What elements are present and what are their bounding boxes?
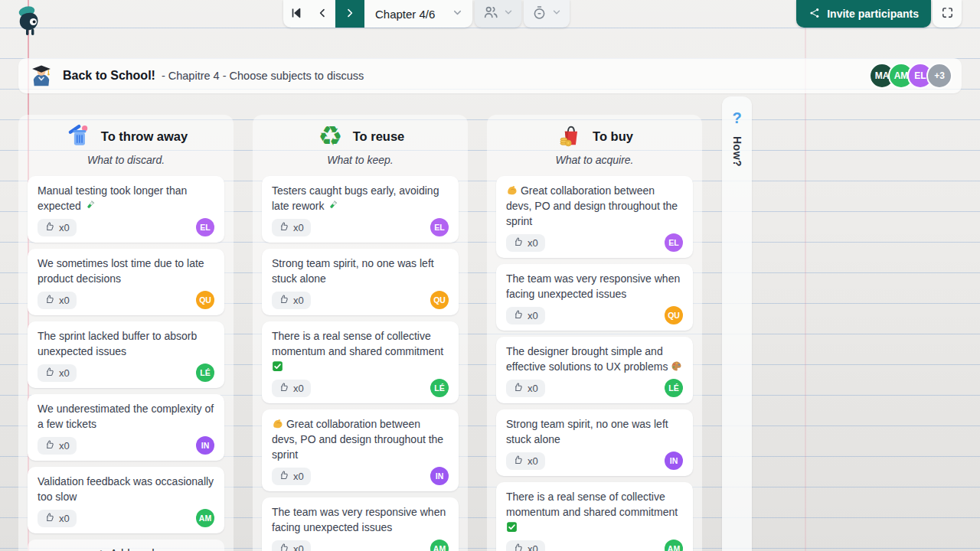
card-text: Validation feedback was occasionally too… — [38, 474, 214, 504]
card-author-avatar: IN — [430, 467, 449, 485]
chevron-left-icon — [316, 7, 328, 21]
invite-participants-button[interactable]: Invite participants — [796, 0, 931, 28]
vote-count-pill[interactable]: x0 — [38, 437, 77, 455]
people-icon — [482, 4, 499, 24]
emoji-icon — [506, 184, 518, 197]
card-author-avatar: LÉ — [665, 379, 683, 397]
emoji-icon — [506, 521, 518, 533]
column-cards: Manual testing took longer than expected… — [28, 176, 224, 551]
column-title: To reuse — [353, 129, 405, 144]
column-title: To throw away — [101, 129, 188, 144]
column-header: To throw away — [28, 121, 224, 152]
vote-count: x0 — [59, 295, 70, 306]
vote-count-pill[interactable]: x0 — [38, 219, 77, 236]
help-tab-label: How? — [731, 136, 743, 167]
help-tab[interactable]: ? How? — [722, 96, 752, 551]
card-author-avatar: EL — [665, 233, 683, 252]
vote-count-pill[interactable]: x0 — [506, 540, 545, 551]
retro-subtitle: - Chapitre 4 - Choose subjects to discus… — [162, 70, 364, 82]
vote-count: x0 — [528, 310, 538, 321]
vote-count-pill[interactable]: x0 — [272, 219, 311, 236]
vote-count: x0 — [528, 455, 538, 467]
retro-card[interactable]: We sometimes lost time due to late produ… — [28, 249, 224, 315]
card-text: We underestimated the complexity of a fe… — [38, 401, 214, 432]
retro-card[interactable]: We underestimated the complexity of a fe… — [28, 394, 224, 461]
next-chapter-button[interactable] — [335, 0, 364, 28]
vote-count-pill[interactable]: x0 — [272, 380, 311, 397]
skip-start-icon — [289, 6, 303, 22]
thumbs-up-icon — [44, 294, 55, 307]
vote-count-pill[interactable]: x0 — [38, 510, 77, 527]
card-author-avatar: LÉ — [430, 379, 449, 397]
retro-card[interactable]: Great collaboration between devs, PO and… — [262, 409, 459, 491]
retro-card[interactable]: The sprint lacked buffer to absorb unexp… — [28, 321, 224, 388]
retro-card[interactable]: The team was very responsive when facing… — [262, 497, 459, 551]
emoji-icon — [327, 200, 338, 212]
vote-count-pill[interactable]: x0 — [272, 540, 311, 551]
vote-count: x0 — [528, 383, 538, 394]
retro-card[interactable]: Manual testing took longer than expected… — [28, 176, 224, 243]
vote-count: x0 — [293, 383, 304, 394]
vote-count-pill[interactable]: x0 — [506, 307, 545, 324]
thumbs-up-icon — [513, 543, 524, 551]
column-title: To buy — [593, 129, 633, 144]
vote-count: x0 — [59, 222, 70, 233]
emoji-icon — [272, 418, 283, 430]
fullscreen-button[interactable] — [933, 0, 962, 28]
thumbs-up-icon — [513, 309, 524, 322]
card-author-avatar: AM — [196, 509, 214, 527]
timer-menu[interactable] — [524, 0, 570, 28]
card-text: Great collaboration between devs, PO and… — [506, 183, 683, 229]
question-mark-icon: ? — [732, 110, 741, 126]
app-logo-mascot[interactable] — [15, 3, 44, 40]
thumbs-up-icon — [279, 543, 289, 551]
thumbs-up-icon — [279, 470, 289, 483]
retro-card[interactable]: Great collaboration between devs, PO and… — [496, 176, 693, 258]
retro-card[interactable]: Validation feedback was occasionally too… — [28, 467, 224, 533]
avatar-overflow-badge[interactable]: +3 — [926, 63, 952, 89]
vote-count: x0 — [293, 543, 304, 551]
column-subtitle: What to acquire. — [496, 154, 693, 166]
participants-menu[interactable] — [475, 0, 521, 28]
vote-count-pill[interactable]: x0 — [272, 292, 311, 309]
mascot-icon — [15, 3, 44, 40]
retro-card[interactable]: There is a real sense of collective mome… — [496, 482, 693, 551]
card-text: There is a real sense of collective mome… — [272, 328, 449, 374]
vote-count: x0 — [528, 543, 538, 551]
board-column: ♻ To reuse What to keep. Testers caught … — [253, 115, 468, 551]
vote-count: x0 — [59, 440, 70, 452]
card-author-avatar: QU — [665, 306, 683, 324]
card-author-avatar: EL — [196, 218, 214, 236]
skip-to-start-button[interactable] — [283, 0, 309, 28]
card-author-avatar: IN — [196, 436, 214, 455]
vote-count-pill[interactable]: x0 — [272, 468, 311, 485]
vote-count-pill[interactable]: x0 — [506, 380, 545, 397]
vote-count: x0 — [293, 471, 304, 482]
add-card-label: Add card — [110, 547, 155, 551]
card-text: The team was very responsive when facing… — [506, 271, 683, 302]
top-right-actions: Invite participants — [796, 0, 962, 28]
vote-count-pill[interactable]: x0 — [38, 292, 77, 309]
recycle-icon: ♻ — [316, 122, 345, 151]
card-text: There is a real sense of collective mome… — [506, 489, 683, 535]
card-author-avatar: AM — [665, 540, 683, 551]
retro-card[interactable]: There is a real sense of collective mome… — [262, 321, 459, 403]
graduate-icon — [28, 62, 55, 90]
board-column: To buy What to acquire. Great collaborat… — [487, 115, 702, 551]
retro-card[interactable]: The designer brought simple and effectiv… — [496, 337, 693, 403]
retro-card[interactable]: The team was very responsive when facing… — [496, 264, 693, 331]
chevron-down-icon — [503, 7, 514, 21]
vote-count-pill[interactable]: x0 — [506, 452, 545, 470]
previous-chapter-button[interactable] — [309, 0, 335, 28]
vote-count-pill[interactable]: x0 — [38, 364, 77, 382]
card-author-avatar: IN — [665, 452, 683, 470]
vote-count-pill[interactable]: x0 — [506, 234, 545, 252]
retro-card[interactable]: Strong team spirit, no one was left stuc… — [496, 409, 693, 476]
retro-card[interactable]: Testers caught bugs early, avoiding late… — [262, 176, 459, 243]
thumbs-up-icon — [44, 512, 55, 525]
retro-card[interactable]: Strong team spirit, no one was left stuc… — [262, 249, 459, 315]
chapter-selector[interactable]: Chapter 4/6 — [364, 0, 472, 28]
add-card-button[interactable]: +Add card — [28, 540, 224, 551]
emoji-icon — [84, 200, 96, 212]
card-text: The team was very responsive when facing… — [272, 504, 449, 535]
